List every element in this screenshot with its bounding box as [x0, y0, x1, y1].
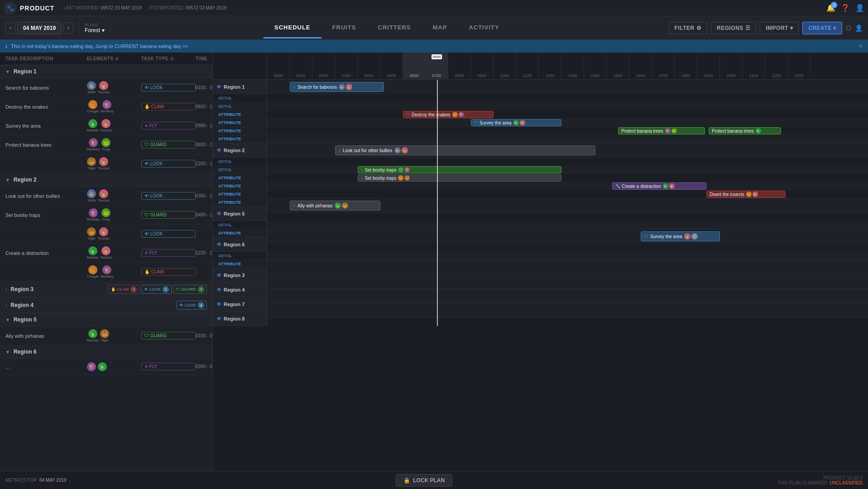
task-type-fly[interactable]: ✈ FLY [141, 249, 196, 257]
critter-monkey: 🐒Monkey [101, 100, 113, 113]
task-time: 1200 - 1800 [196, 161, 213, 166]
gantt-bar-survey-r6[interactable]: 🛡 Survey the area 🦜? [641, 231, 720, 241]
notifications-icon[interactable]: 🔔 3 [826, 4, 835, 12]
gantt-region-2-label[interactable]: 👁 Region 2 [213, 143, 267, 158]
banner-icon: ℹ [5, 43, 7, 49]
task-type-guard[interactable]: 🛡 GUARD [141, 332, 196, 340]
task-type-look[interactable]: 👁 LOOK [141, 84, 196, 91]
gantt-row-protect1: Protect banana trees 🐒🐸 Protect banana t… [267, 127, 868, 135]
task-elements: 🐯Tiger 🦜Toucan [87, 157, 141, 170]
gantt-attr-2[interactable]: ATTRIBUTE [213, 119, 267, 127]
place-selector[interactable]: Place Forest ▾ [79, 23, 110, 34]
gantt-bar-survey-area[interactable]: 🛡 Survey the area 🦜🦜 [471, 119, 561, 126]
last-modified: LAST MODIFIED: 0957Z 03 MAY 2019 [63, 5, 142, 10]
region-4-section: › Region 4 👁 LOOK 4 [0, 297, 212, 313]
gantt-bar-protect-2[interactable]: Protect banana trees 🦜 [709, 127, 781, 134]
task-time: 0900 - 1300 [196, 123, 213, 128]
region-1-toggle: ▼ [5, 69, 10, 74]
gantt-region-4-label[interactable]: 👁 Region 4 [213, 283, 267, 297]
region-5-header[interactable]: ▼ Region 5 [0, 313, 212, 326]
region-1-header[interactable]: ▼ Region 1 [0, 65, 212, 78]
regions-button[interactable]: REGIONS ☰ [711, 22, 756, 34]
gantt-bar-booby-1[interactable]: ○ Set booby traps 🌿🐒 [358, 166, 561, 173]
region-3-header[interactable]: › Region 3 ✋ CLAW ? 👁 LOOK ? 🛡 GUARD ? [0, 282, 212, 297]
gantt-attr-4[interactable]: ATTRIBUTE [213, 135, 267, 143]
banner-text: This is not today's banana eating day. J… [11, 43, 188, 49]
current-date: 04 MAY 2019 [17, 22, 62, 34]
gantt-region-4-row [267, 274, 868, 289]
gantt-detail-2[interactable]: DETAIL [213, 102, 267, 110]
gantt-region-7-label[interactable]: 👁 Region 7 [213, 297, 267, 312]
gantt-attr-3[interactable]: ATTRIBUTE [213, 127, 267, 135]
gantt-bar-look-bullies[interactable]: ○ Look out for other bullies 🦥🦜 [335, 145, 595, 155]
col-task: TASK DESCRIPTION [5, 56, 87, 61]
tab-activity[interactable]: ACTIVITY [458, 18, 510, 38]
region-6-header[interactable]: ▼ Region 6 [0, 345, 212, 359]
gantt-region-1-label[interactable]: 👁 Region 1 [213, 80, 267, 94]
main-content: TASK DESCRIPTION ELEMENTS ⚙ TASK TYPE ⚙ … [0, 53, 868, 471]
critter-macaw: 🦜Macaw [87, 119, 98, 132]
task-type-fly[interactable]: ✈ FLY [141, 363, 196, 370]
help-icon[interactable]: ❓ [841, 4, 850, 12]
region-2-header[interactable]: ▼ Region 2 [0, 173, 212, 187]
gantt-region-6-label[interactable]: 👁 Region 6 [213, 237, 267, 252]
top-bar: 🐾 PRODUCT LAST MODIFIED: 0957Z 03 MAY 20… [0, 0, 868, 16]
user-icon[interactable]: 👤 [855, 4, 864, 12]
gantt-detail-1[interactable]: DETAIL [213, 94, 267, 102]
prev-date-button[interactable]: ‹ [5, 23, 15, 34]
next-date-button[interactable]: › [63, 23, 73, 34]
lock-plan-button[interactable]: 🔒 LOCK PLAN [396, 474, 452, 487]
task-elements: 🐒Monkey 🐸Frog [87, 138, 141, 151]
gantt-bar-booby-2[interactable]: ○ Set booby traps 🐆🐯 [358, 174, 561, 182]
gantt-region-3-label[interactable]: 👁 Region 3 [213, 268, 267, 283]
filter-button[interactable]: FILTER ⚙ [669, 22, 707, 34]
gantt-region-7-row [267, 289, 868, 303]
tab-map[interactable]: MAP [422, 18, 458, 38]
metrics-expand-button[interactable]: › [69, 478, 71, 483]
gantt-panel: 0000 0100 0200 0300 0400 0500 0600 0645 … [213, 53, 868, 471]
task-type-look[interactable]: 👁 LOOK [141, 192, 196, 200]
tab-schedule[interactable]: SCHEDULE [264, 18, 321, 38]
gantt-row-booby2: ○ Set booby traps 🐆🐯 [267, 174, 868, 182]
import-button[interactable]: IMPORT ▾ [760, 22, 799, 34]
task-type-guard[interactable]: 🛡 GUARD [141, 211, 196, 219]
task-type-claw[interactable]: ✋ CLAW [141, 268, 196, 276]
task-type-claw[interactable]: ✋ CLAW [141, 103, 196, 110]
region-2-section: ▼ Region 2 Look out for other bullies 🦥S… [0, 173, 212, 282]
task-row-extra: 🐆Cougar 🐒Monkey ✋ CLAW ⋮ [0, 263, 212, 282]
task-type-guard[interactable]: 🛡 GUARD [141, 141, 196, 149]
task-row: Create a distraction 🦜Macaw 🦜Toucan ✈ FL… [0, 244, 212, 263]
task-name: Survey the area [5, 123, 87, 129]
expand-icon[interactable]: ⬡ [846, 24, 851, 32]
task-row: Set booby traps 🐒Monkey 🐸Frog 🛡 GUARD 04… [0, 206, 212, 225]
table-header: TASK DESCRIPTION ELEMENTS ⚙ TASK TYPE ⚙ … [0, 53, 212, 65]
gantt-attr-1[interactable]: ATTRIBUTE [213, 110, 267, 119]
region-5-section: ▼ Region 5 Ally with pirhanas 🦜Macaw 🐯Ti… [0, 313, 212, 345]
gantt-bar-destroy-snakes[interactable]: 🛡 Destroy the snakes 🐆🐒 [403, 111, 494, 118]
gantt-bar-ally-pirhanas[interactable]: ○ Ally with pirhanas 🦜🐯 [290, 201, 380, 211]
user2-icon[interactable]: 👤 [855, 24, 863, 32]
create-button[interactable]: CREATE ▾ [802, 22, 842, 34]
nav-bar: ‹ 04 MAY 2019 › Place Forest ▾ SCHEDULE … [0, 16, 868, 40]
task-row: Search for baboons 🦥Sloth 🦜Toucan 👁 LOOK… [0, 78, 212, 97]
place-value[interactable]: Forest ▾ [85, 27, 105, 34]
logo-icon: 🐾 [6, 5, 14, 12]
task-time: 0600 - 1000 [196, 104, 213, 109]
tab-fruits[interactable]: FRUITS [321, 18, 367, 38]
banner-close-button[interactable]: ✕ [858, 43, 863, 49]
gantt-bar-search-baboons[interactable]: ○ Search for baboons 🦥🦜 [290, 82, 384, 92]
gantt-bar-distraction[interactable]: 🔧 Create a distraction 🦜🦜 [612, 182, 706, 190]
gantt-region-8-label[interactable]: 👁 Region 8 [213, 312, 267, 326]
task-type-look[interactable]: 👁 LOOK [141, 230, 196, 238]
gantt-labels: 👁 Region 1 DETAIL DETAIL ATTRIBUTE ATTRI… [213, 80, 267, 326]
gantt-bar-protect-1[interactable]: Protect banana trees 🐒🐸 [618, 127, 705, 134]
task-row: Protect banana trees 🐒Monkey 🐸Frog 🛡 GUA… [0, 135, 212, 154]
task-type-look[interactable]: 👁 LOOK [141, 160, 196, 168]
gantt-region-5-label[interactable]: 👁 Region 5 [213, 206, 267, 221]
gantt-detail-row [267, 244, 868, 252]
region-4-header[interactable]: › Region 4 👁 LOOK 4 [0, 297, 212, 313]
gantt-bar-divert[interactable]: Divert the insects 🐆🦜 [706, 191, 786, 198]
task-type-fly[interactable]: ✈ FLY [141, 122, 196, 129]
critter-frog: 🐸Frog [101, 138, 110, 151]
tab-critters[interactable]: CRITTERS [367, 18, 422, 38]
